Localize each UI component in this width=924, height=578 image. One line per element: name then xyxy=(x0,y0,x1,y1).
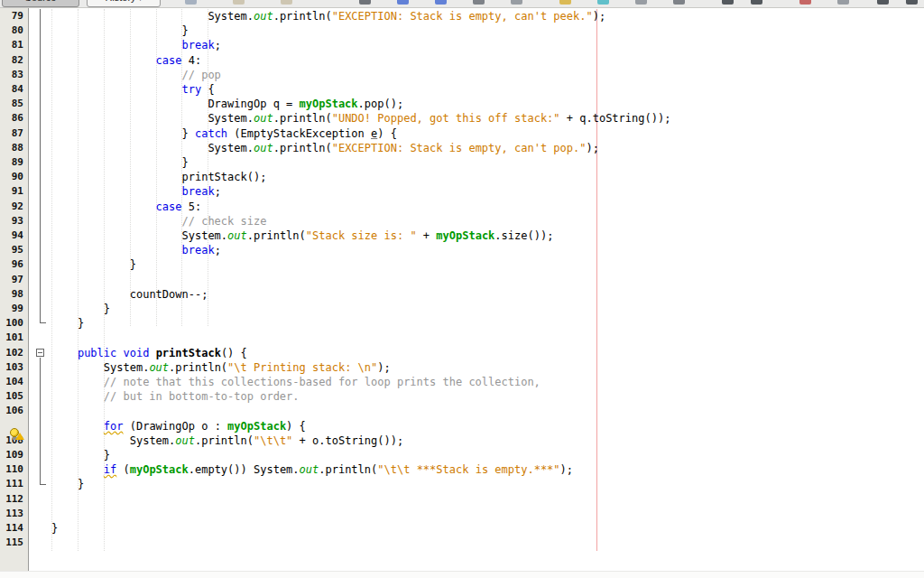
code-line[interactable]: countDown--; xyxy=(51,287,208,302)
toolbar-icon[interactable] xyxy=(473,0,485,5)
toolbar-icon[interactable] xyxy=(635,0,647,5)
code-line[interactable]: // pop xyxy=(51,68,221,82)
line-number[interactable]: 85 xyxy=(0,97,26,111)
line-number[interactable]: 89 xyxy=(0,155,26,170)
line-number[interactable]: 96 xyxy=(0,257,26,272)
toolbar-icon[interactable] xyxy=(837,0,849,5)
ide-window: Source History▾ 798081828384858687888990… xyxy=(0,0,924,578)
code-line[interactable]: } xyxy=(51,155,189,170)
line-number[interactable]: 109 xyxy=(0,448,26,462)
code-line[interactable]: System.out.println("UNDO! Popped, got th… xyxy=(51,111,670,126)
code-line[interactable]: // note that this collections-based for … xyxy=(51,375,541,389)
warning-lightbulb-icon[interactable] xyxy=(10,428,24,441)
code-token: } xyxy=(78,478,84,490)
code-editor[interactable]: 7980818283848586878889909192939495969798… xyxy=(0,8,924,571)
toolbar-icon[interactable] xyxy=(751,0,762,5)
line-number[interactable]: 87 xyxy=(0,126,26,141)
line-number[interactable]: 114 xyxy=(0,521,26,536)
code-line[interactable]: System.out.println("Stack size is: " + m… xyxy=(51,228,553,243)
line-number[interactable]: 98 xyxy=(0,287,26,302)
line-number[interactable]: 84 xyxy=(0,82,26,97)
code-line[interactable]: for (DrawingOp o : myOpStack) { xyxy=(51,419,306,434)
toolbar-icon[interactable] xyxy=(559,0,571,5)
line-number[interactable]: 90 xyxy=(0,170,26,184)
line-number[interactable]: 111 xyxy=(0,477,26,491)
line-number[interactable]: 101 xyxy=(0,331,26,345)
line-number[interactable]: 102 xyxy=(0,346,26,360)
code-token: ; xyxy=(215,185,221,198)
toolbar-icon[interactable] xyxy=(185,0,197,5)
code-token: "\t\t ***Stack is empty.***" xyxy=(377,463,559,476)
code-line[interactable]: if (myOpStack.empty()) System.out.printl… xyxy=(51,462,573,477)
code-token: .println( xyxy=(247,229,306,242)
code-line[interactable]: } xyxy=(51,302,110,316)
toolbar-icon[interactable] xyxy=(597,0,609,5)
line-number[interactable]: 100 xyxy=(0,316,26,331)
toolbar-icon[interactable] xyxy=(435,0,447,5)
line-number[interactable]: 88 xyxy=(0,141,26,155)
source-tab-button[interactable]: Source xyxy=(2,0,79,7)
code-line[interactable]: break; xyxy=(51,184,221,199)
code-line[interactable]: } xyxy=(51,316,84,331)
line-number[interactable]: 79 xyxy=(0,9,26,23)
toolbar-icon[interactable] xyxy=(359,0,371,5)
toolbar-icon[interactable] xyxy=(233,0,245,5)
code-line[interactable]: break; xyxy=(51,38,221,52)
code-line[interactable]: try { xyxy=(51,82,215,97)
line-number[interactable]: 94 xyxy=(0,228,26,243)
line-number[interactable]: 103 xyxy=(0,360,26,375)
line-number[interactable]: 83 xyxy=(0,68,26,82)
line-number[interactable]: 110 xyxy=(0,462,26,477)
line-number[interactable]: 92 xyxy=(0,200,26,214)
code-token: // pop xyxy=(182,69,221,81)
code-line[interactable]: case 5: xyxy=(51,200,201,214)
code-line[interactable]: case 4: xyxy=(51,53,201,68)
line-number[interactable]: 82 xyxy=(0,53,26,68)
code-line[interactable]: DrawingOp q = myOpStack.pop(); xyxy=(51,97,403,111)
code-line[interactable]: } xyxy=(51,477,84,491)
toolbar-icon[interactable] xyxy=(511,0,522,5)
line-number-gutter[interactable]: 7980818283848586878889909192939495969798… xyxy=(0,8,29,571)
code-line[interactable]: // but in bottom-to-top order. xyxy=(51,389,300,404)
line-number[interactable]: 115 xyxy=(0,536,26,550)
code-token: printStack(); xyxy=(182,171,267,183)
code-line[interactable]: } xyxy=(51,448,110,462)
line-number[interactable]: 93 xyxy=(0,214,26,228)
toolbar-icon[interactable] xyxy=(397,0,409,5)
code-line[interactable]: break; xyxy=(51,243,221,257)
line-number[interactable]: 104 xyxy=(0,375,26,389)
toolbar-icon[interactable] xyxy=(877,0,889,5)
code-token: .println( xyxy=(273,10,332,23)
code-line[interactable]: } catch (EmptyStackException e) { xyxy=(51,126,397,141)
line-number[interactable]: 112 xyxy=(0,492,26,507)
toolbar-icon[interactable] xyxy=(799,0,811,5)
code-line[interactable]: System.out.println("\t Printing stack: \… xyxy=(51,360,391,375)
toolbar-icon[interactable] xyxy=(281,0,292,5)
line-number[interactable]: 95 xyxy=(0,243,26,257)
code-line[interactable]: public void printStack() { xyxy=(51,346,247,360)
line-number[interactable]: 99 xyxy=(0,302,26,316)
code-token: // but in bottom-to-top order. xyxy=(104,390,300,403)
line-number[interactable]: 106 xyxy=(0,404,26,418)
toolbar-icon[interactable] xyxy=(673,0,685,5)
line-number[interactable]: 81 xyxy=(0,38,26,52)
fold-collapse-icon[interactable] xyxy=(36,349,44,357)
code-line[interactable]: System.out.println("EXCEPTION: Stack is … xyxy=(51,141,599,155)
code-line[interactable]: printStack(); xyxy=(51,170,266,184)
code-line[interactable]: } xyxy=(51,257,136,272)
line-number[interactable]: 97 xyxy=(0,273,26,287)
toolbar-icon[interactable] xyxy=(906,0,918,5)
line-number[interactable]: 86 xyxy=(0,111,26,126)
line-number[interactable]: 80 xyxy=(0,23,26,38)
code-line[interactable]: } xyxy=(51,521,58,536)
toolbar-icon[interactable] xyxy=(722,0,734,5)
code-line[interactable]: System.out.println("EXCEPTION: Stack is … xyxy=(51,9,605,23)
code-token: out xyxy=(149,361,169,374)
code-line[interactable]: // check size xyxy=(51,214,266,228)
line-number[interactable]: 105 xyxy=(0,389,26,404)
line-number[interactable]: 91 xyxy=(0,184,26,199)
history-tab-button[interactable]: History▾ xyxy=(87,0,161,7)
code-line[interactable]: } xyxy=(51,23,189,38)
line-number[interactable]: 113 xyxy=(0,507,26,521)
code-line[interactable]: System.out.println("\t\t" + o.toString()… xyxy=(51,434,403,448)
